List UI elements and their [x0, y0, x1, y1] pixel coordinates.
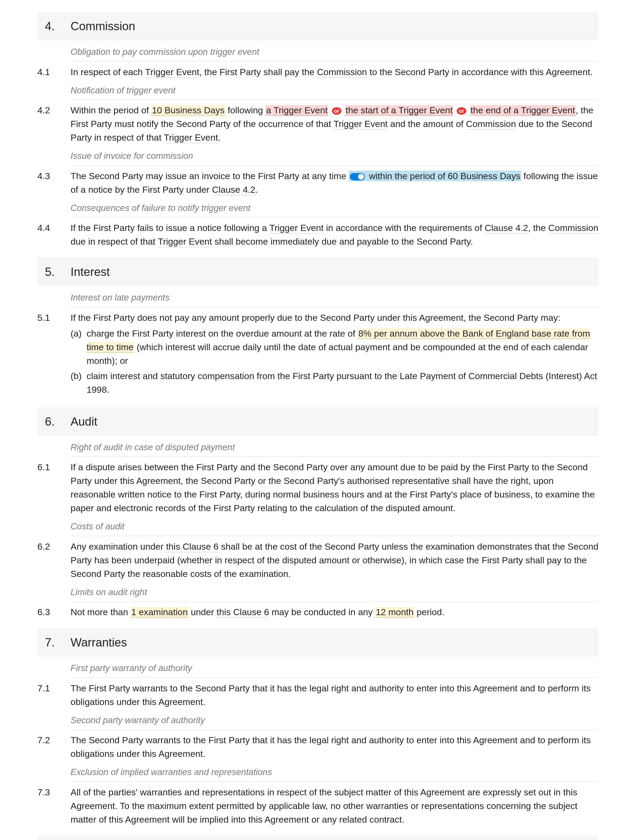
optional-segment-60-days: within the period of 60 Business Days: [349, 171, 521, 181]
section-5-title: Interest: [71, 263, 110, 281]
clause-4-2-number: 4.2: [38, 103, 71, 144]
alternative-b[interactable]: the start of a Trigger Event: [345, 105, 453, 116]
section-5-number: 5.: [45, 263, 71, 281]
clause-4-3-text: The Second Party may issue an invoice to…: [71, 169, 598, 196]
defined-term-commission[interactable]: Commission: [548, 223, 598, 234]
clause-7-1: 7.1 The First Party warrants to the Seco…: [38, 682, 598, 709]
clause-5-1-text: If the First Party does not pay any amou…: [71, 311, 598, 398]
variable-1-examination[interactable]: 1 examination: [131, 607, 188, 617]
alternative-a[interactable]: a Trigger Event: [266, 105, 328, 116]
clause-6-2: 6.2 Any examination under this Clause 6 …: [38, 540, 598, 581]
clause-ref-4-2[interactable]: Clause 4.2: [485, 223, 528, 234]
section-4-title: Commission: [71, 17, 135, 35]
clause-6-2-number: 6.2: [38, 540, 71, 581]
clause-7-3: 7.3 All of the parties' warranties and r…: [38, 785, 598, 826]
section-7-number: 7.: [45, 634, 71, 651]
subheading-4-d: Consequences of failure to notify trigge…: [71, 201, 598, 218]
defined-term-commission[interactable]: Commission: [466, 119, 516, 129]
alternative-c[interactable]: the end of a Trigger Event: [470, 105, 576, 116]
subheading-6-a: Right of audit in case of disputed payme…: [71, 441, 598, 457]
subheading-4-a: Obligation to pay commission upon trigge…: [71, 45, 598, 62]
variable-10-business-days[interactable]: 10 Business Days: [151, 105, 225, 116]
clause-6-3-number: 6.3: [38, 605, 71, 619]
defined-term-trigger-event[interactable]: Trigger Event: [157, 236, 212, 247]
clause-4-1-number: 4.1: [38, 65, 71, 79]
clause-7-1-text: The First Party warrants to the Second P…: [71, 682, 598, 709]
section-7-title: Warranties: [71, 634, 127, 651]
clause-6-1: 6.1 If a dispute arises between the Firs…: [38, 460, 598, 515]
toggle-thumb: [358, 174, 364, 180]
clause-7-3-number: 7.3: [38, 785, 71, 826]
clause-ref-4-2[interactable]: Clause 4.2: [212, 185, 255, 196]
optional-toggle[interactable]: [350, 173, 365, 180]
clause-4-2: 4.2 Within the period of 10 Business Day…: [38, 103, 598, 144]
subheading-7-b: Second party warranty of authority: [71, 714, 598, 730]
clause-5-1-a: (a) charge the First Party interest on t…: [71, 327, 598, 368]
clause-4-4: 4.4 If the First Party fails to issue a …: [38, 221, 598, 248]
or-badge-icon[interactable]: or: [457, 107, 466, 115]
subheading-5-a: Interest on late payments: [71, 291, 598, 307]
toggle-track: [350, 173, 365, 180]
clause-6-2-text: Any examination under this Clause 6 shal…: [71, 540, 598, 581]
subheading-4-c: Issue of invoice for commission: [71, 149, 598, 166]
defined-term-trigger-event[interactable]: Trigger Event: [164, 132, 218, 143]
clause-4-3: 4.3 The Second Party may issue an invoic…: [38, 169, 598, 196]
clause-5-1-b: (b) claim interest and statutory compens…: [71, 369, 598, 396]
clause-5-1-list: (a) charge the First Party interest on t…: [71, 327, 598, 396]
section-7-header: 7. Warranties: [38, 628, 598, 657]
section-6-number: 6.: [45, 413, 71, 430]
clause-4-1-text: In respect of each Trigger Event, the Fi…: [71, 65, 598, 79]
clause-ref-6[interactable]: this Clause 6: [216, 607, 269, 618]
clause-7-2-text: The Second Party warrants to the First P…: [71, 733, 598, 761]
subheading-6-c: Limits on audit right: [71, 586, 598, 602]
clause-4-1: 4.1 In respect of each Trigger Event, th…: [38, 65, 598, 79]
clause-4-4-number: 4.4: [38, 221, 71, 248]
clause-6-3: 6.3 Not more than 1 examination under th…: [38, 605, 598, 619]
subheading-4-b: Notification of trigger event: [71, 84, 598, 100]
section-8-header: 8. Termination: [38, 836, 598, 840]
or-badge-icon[interactable]: or: [332, 107, 342, 115]
clause-ref-6[interactable]: this Clause 6: [166, 542, 219, 552]
clause-4-4-text: If the First Party fails to issue a noti…: [71, 221, 598, 248]
clause-7-2-number: 7.2: [38, 733, 71, 761]
subheading-7-c: Exclusion of implied warranties and repr…: [71, 766, 598, 782]
section-4-number: 4.: [45, 17, 71, 35]
defined-term-trigger-event[interactable]: Trigger Event: [145, 67, 199, 78]
clause-7-3-text: All of the parties' warranties and repre…: [71, 785, 598, 826]
section-6-header: 6. Audit: [38, 407, 598, 436]
defined-term-trigger-event[interactable]: Trigger Event: [334, 119, 388, 129]
section-6-title: Audit: [71, 413, 97, 430]
subheading-6-b: Costs of audit: [71, 520, 598, 536]
section-4-header: 4. Commission: [38, 12, 598, 40]
clause-4-2-text: Within the period of 10 Business Days fo…: [71, 103, 598, 144]
section-5-header: 5. Interest: [38, 258, 598, 286]
clause-6-3-text: Not more than 1 examination under this C…: [71, 605, 598, 619]
defined-term-commission[interactable]: Commission: [317, 67, 367, 78]
clause-7-2: 7.2 The Second Party warrants to the Fir…: [38, 733, 598, 761]
defined-term-trigger-event[interactable]: Trigger Event: [269, 223, 324, 234]
clause-7-1-number: 7.1: [38, 682, 71, 709]
subheading-7-a: First party warranty of authority: [71, 662, 598, 678]
clause-6-1-text: If a dispute arises between the First Pa…: [71, 460, 598, 515]
clause-5-1: 5.1 If the First Party does not pay any …: [38, 311, 598, 398]
clause-6-1-number: 6.1: [38, 460, 71, 515]
clause-5-1-number: 5.1: [38, 311, 71, 398]
clause-4-3-number: 4.3: [38, 169, 71, 196]
variable-12-month[interactable]: 12 month: [375, 607, 414, 617]
